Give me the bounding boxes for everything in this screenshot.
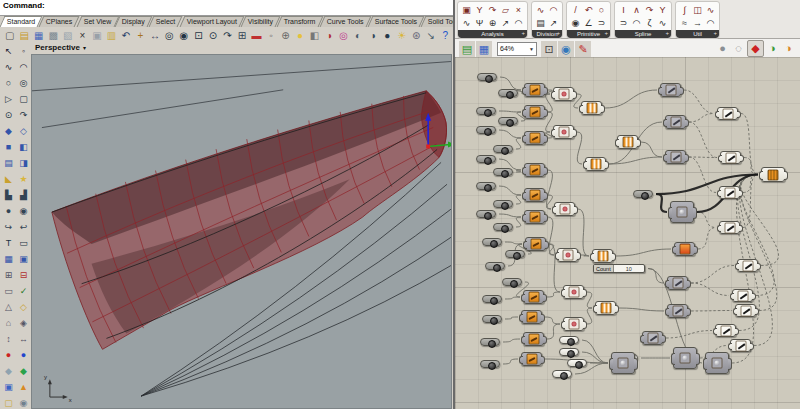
- gh-line-component[interactable]: [735, 304, 756, 317]
- gh-util-icon-2[interactable]: ◫: [691, 3, 704, 16]
- ribbon-group-expand-button[interactable]: +: [521, 30, 525, 36]
- output-port[interactable]: [612, 253, 616, 261]
- gh-surface-component[interactable]: [670, 201, 694, 223]
- input-port[interactable]: [522, 167, 526, 175]
- output-port[interactable]: [574, 206, 578, 214]
- mesh-half-icon[interactable]: ◨: [16, 155, 31, 170]
- gh-spline-icon-7[interactable]: ∿: [656, 16, 669, 29]
- gh-number-slider[interactable]: [559, 348, 579, 356]
- slider-knob-icon[interactable]: [510, 280, 518, 288]
- output-port[interactable]: [687, 280, 691, 288]
- star-icon[interactable]: ★: [16, 171, 31, 186]
- rectangle-icon[interactable]: ▢: [16, 91, 31, 106]
- gh-number-slider[interactable]: [476, 126, 496, 134]
- zoom-extents-icon[interactable]: ⊡: [541, 41, 557, 57]
- gh-number-slider[interactable]: [493, 223, 513, 231]
- polyline-icon[interactable]: ▷: [1, 91, 16, 106]
- count-slider-value[interactable]: 10: [614, 266, 644, 272]
- gh-analysis-icon-2[interactable]: Y: [473, 3, 486, 16]
- output-port[interactable]: [634, 358, 638, 370]
- gh-line-component[interactable]: [732, 289, 753, 302]
- gh-curve-component[interactable]: [525, 237, 546, 251]
- gem-icon[interactable]: ◈: [16, 315, 31, 330]
- mesh-icon[interactable]: ▤: [1, 155, 16, 170]
- gh-graft-component[interactable]: [674, 242, 695, 256]
- gh-divide-surface-component[interactable]: [581, 101, 602, 115]
- gh-number-slider[interactable]: [476, 210, 496, 218]
- input-port[interactable]: [735, 263, 739, 271]
- output-port[interactable]: [685, 154, 689, 162]
- input-port[interactable]: [718, 155, 722, 163]
- gh-primitive-icon-0[interactable]: /: [569, 3, 582, 16]
- input-port[interactable]: [522, 192, 526, 200]
- input-port[interactable]: [522, 109, 526, 117]
- solver-orange-icon[interactable]: ◑: [781, 40, 796, 55]
- input-port[interactable]: [713, 328, 717, 336]
- select-arrow-icon[interactable]: ↖: [1, 43, 16, 58]
- gh-line-component[interactable]: [730, 339, 751, 352]
- gh-number-slider[interactable]: [498, 117, 518, 125]
- output-port[interactable]: [577, 252, 581, 260]
- input-port[interactable]: [555, 252, 559, 260]
- output-port[interactable]: [545, 241, 549, 249]
- gh-curve-component[interactable]: [523, 332, 544, 346]
- slider-knob-icon[interactable]: [567, 350, 575, 358]
- gh-util-icon-5[interactable]: ◠: [704, 16, 717, 29]
- viewport-title[interactable]: Perspective ▾: [31, 41, 453, 54]
- toolbar-tab-standard[interactable]: Standard: [0, 16, 43, 27]
- toolbar-tab-curve-tools[interactable]: Curve Tools: [319, 16, 371, 27]
- slider-knob-icon[interactable]: [484, 212, 492, 220]
- hull-model[interactable]: [52, 91, 447, 350]
- preview-shaded-icon[interactable]: ◆: [747, 40, 764, 57]
- solid-half-icon[interactable]: ◧: [16, 139, 31, 154]
- gh-curve-component[interactable]: [524, 83, 545, 97]
- input-port[interactable]: [551, 91, 555, 99]
- zoom-level-select[interactable]: 64% ▼: [497, 42, 537, 56]
- output-port[interactable]: [637, 139, 641, 147]
- input-port[interactable]: [663, 154, 667, 162]
- output-port[interactable]: [615, 305, 619, 313]
- gh-number-slider[interactable]: [493, 200, 513, 208]
- gh-number-slider[interactable]: [567, 359, 587, 367]
- slider-knob-icon[interactable]: [488, 340, 496, 348]
- trim-icon[interactable]: ▭: [1, 283, 16, 298]
- slider-knob-icon[interactable]: [506, 119, 514, 127]
- gh-curve-component[interactable]: [523, 290, 544, 304]
- input-port[interactable]: [522, 135, 526, 143]
- gh-divide-surface-component[interactable]: [617, 135, 638, 149]
- gh-analysis-component[interactable]: [557, 248, 578, 262]
- gh-division-icon-2[interactable]: ◠: [547, 3, 560, 16]
- input-port[interactable]: [590, 253, 594, 261]
- output-port[interactable]: [750, 343, 754, 351]
- input-port[interactable]: [671, 353, 675, 365]
- output-port[interactable]: [541, 356, 545, 364]
- gh-curve-component[interactable]: [524, 163, 545, 177]
- input-port[interactable]: [593, 305, 597, 313]
- slider-knob-icon[interactable]: [501, 170, 509, 178]
- gh-number-slider[interactable]: [480, 338, 500, 346]
- gh-division-icon-1[interactable]: ▤: [534, 16, 547, 29]
- input-port[interactable]: [522, 214, 526, 222]
- gh-curve-component[interactable]: [524, 210, 545, 224]
- slider-knob-icon[interactable]: [488, 362, 496, 370]
- blue-sphere-icon[interactable]: ●: [16, 347, 31, 362]
- input-port[interactable]: [583, 161, 587, 169]
- gh-analysis-component[interactable]: [563, 317, 584, 331]
- output-port[interactable]: [573, 129, 577, 137]
- gh-division-icon-0[interactable]: ∿: [534, 3, 547, 16]
- slider-knob-icon[interactable]: [484, 184, 492, 192]
- slider-knob-icon[interactable]: [575, 361, 583, 369]
- gh-curve-component[interactable]: [521, 352, 542, 366]
- curve-icon[interactable]: ∿: [1, 59, 16, 74]
- ungroup-icon[interactable]: ⊟: [16, 267, 31, 282]
- slider-knob-icon[interactable]: [490, 297, 498, 305]
- orange-cone-icon[interactable]: ▲: [16, 379, 31, 394]
- output-port[interactable]: [740, 155, 744, 163]
- input-port[interactable]: [519, 356, 523, 364]
- input-port[interactable]: [672, 246, 676, 254]
- viewport-menu-arrow-icon[interactable]: ▾: [83, 44, 86, 51]
- slider-knob-icon[interactable]: [490, 240, 498, 248]
- input-port[interactable]: [733, 308, 737, 316]
- torus-icon[interactable]: ◉: [16, 203, 31, 218]
- explode-icon[interactable]: ↩: [16, 219, 31, 234]
